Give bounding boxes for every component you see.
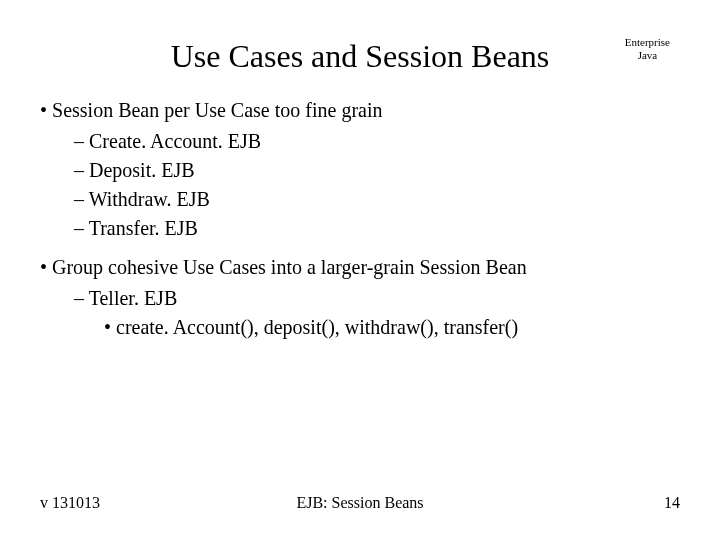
bullet-text: Create. Account. EJB: [74, 130, 261, 152]
footer-title: EJB: Session Beans: [296, 494, 423, 512]
list-item: Withdraw. EJB: [74, 188, 680, 211]
list-item: create. Account(), deposit(), withdraw()…: [104, 316, 680, 339]
slide-body: Session Bean per Use Case too fine grain…: [40, 99, 680, 339]
footer: v 131013 EJB: Session Beans 14: [40, 494, 680, 512]
bullet-text: Teller. EJB: [74, 287, 177, 309]
bullet-text: Session Bean per Use Case too fine grain: [40, 99, 680, 122]
slide-title: Use Cases and Session Beans: [171, 38, 550, 75]
bullet-text: Deposit. EJB: [74, 159, 195, 181]
bullet-text: Withdraw. EJB: [74, 188, 210, 210]
list-item: Transfer. EJB: [74, 217, 680, 240]
list-item: Create. Account. EJB: [74, 130, 680, 153]
list-item: Teller. EJB create. Account(), deposit()…: [74, 287, 680, 339]
list-item: Group cohesive Use Cases into a larger-g…: [40, 256, 680, 339]
page-number: 14: [664, 494, 680, 512]
bullet-text: Transfer. EJB: [74, 217, 198, 239]
list-item: Deposit. EJB: [74, 159, 680, 182]
corner-label: Enterprise Java: [625, 36, 670, 61]
footer-version: v 131013: [40, 494, 100, 512]
bullet-text: create. Account(), deposit(), withdraw()…: [104, 316, 518, 338]
bullet-text: Group cohesive Use Cases into a larger-g…: [40, 256, 680, 279]
list-item: Session Bean per Use Case too fine grain…: [40, 99, 680, 240]
